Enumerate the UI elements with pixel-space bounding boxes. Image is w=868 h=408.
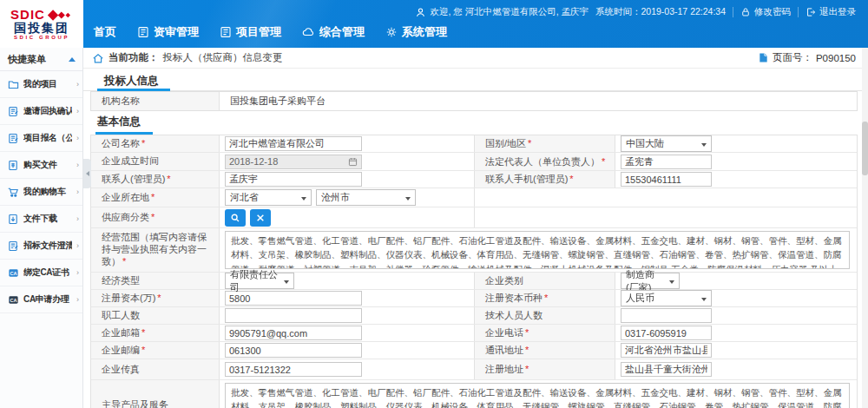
mailing-address-input[interactable] [621, 343, 712, 358]
company-email-input[interactable] [225, 326, 362, 340]
user-welcome[interactable]: 欢迎, 您 河北中燃管道有限公司, 孟庆宇 [415, 6, 589, 18]
change-password-link[interactable]: 修改密码 [740, 6, 791, 18]
sidebar-item-bind-ca[interactable]: CA 绑定CA证书› [0, 260, 82, 286]
company-name-input[interactable] [225, 136, 362, 151]
category-clear-button[interactable] [250, 209, 271, 227]
chevron-right-icon: › [76, 188, 79, 196]
main-products-textarea[interactable]: 批发、零售燃气管道、化工管道、电厂配件、铝厂配件、石油化工管道及配件、输送设备、… [225, 383, 850, 408]
established-date-input[interactable]: 2018-12-18 [225, 155, 362, 169]
form-row-email: 企业邮箱 企业电话 [91, 325, 857, 342]
close-icon [256, 214, 265, 222]
nav-project-label: 项目管理 [236, 24, 281, 40]
nav-system[interactable]: 系统管理 [385, 24, 447, 40]
home-icon [92, 52, 104, 64]
diamond-logo-icon [47, 9, 73, 22]
doc-list-icon [220, 26, 232, 38]
doc-download-icon [7, 213, 19, 225]
sidebar-item-clarification-mgmt[interactable]: 招标文件澄清管理› [0, 233, 82, 260]
nav-system-label: 系统管理 [402, 24, 447, 40]
cart-icon [7, 186, 19, 198]
form-row-business-scope: 经营范围（填写内容请保持与营业执照有关内容一致） 批发、零售燃气管道、化工管道、… [91, 228, 857, 273]
chevron-right-icon: › [76, 134, 79, 142]
sidebar-item-buy-documents[interactable]: 购买文件› [0, 152, 82, 179]
chevron-right-icon: › [76, 214, 79, 223]
doc-edit-icon [7, 132, 19, 144]
country-region-select[interactable]: 中国大陆 [621, 135, 712, 152]
scrollbar-thumb[interactable] [862, 122, 868, 175]
chevron-right-icon: › [76, 295, 79, 304]
established-date-value: 2018-12-18 [229, 156, 278, 167]
category-search-button[interactable] [225, 209, 246, 227]
business-scope-label: 经营范围（填写内容请保持与营业执照有关内容一致） [102, 232, 215, 267]
form-row-postal-code: 企业邮编 通讯地址 [91, 342, 857, 359]
business-scope-textarea[interactable]: 批发、零售燃气管道、化工管道、电厂配件、铝厂配件、石油化工管道及配件、输送设备、… [225, 231, 850, 269]
org-name-label: 机构名称 [91, 92, 220, 110]
country-region-label: 国别/地区 [485, 137, 531, 150]
topbar-divider [733, 7, 733, 17]
top-header: 欢迎, 您 河北中燃管道有限公司, 孟庆宇 系统时间：2019-03-17 22… [0, 0, 868, 48]
enterprise-category-select[interactable]: 制造商(厂家) [621, 273, 680, 289]
page-number: 页面号：P090150 [758, 51, 856, 64]
calendar-icon[interactable] [348, 157, 358, 167]
chevron-right-icon: › [76, 268, 79, 277]
enterprise-category-label: 企业类别 [485, 274, 523, 287]
city-select[interactable]: 沧州市 [316, 189, 416, 206]
active-tab-underline [97, 89, 170, 91]
form-row-registered-capital: 注册资本(万) 注册资本币种 人民币 [91, 290, 857, 307]
change-password-label: 修改密码 [754, 6, 791, 18]
sidebar-item-ca-apply[interactable]: CA CA申请办理› [0, 286, 82, 313]
company-phone-input[interactable] [621, 326, 712, 340]
svg-text:CA: CA [10, 270, 16, 275]
logout-link[interactable]: 退出登录 [806, 6, 856, 18]
legal-representative-input[interactable] [621, 155, 712, 169]
sidebar-item-invitation-confirm[interactable]: 邀请回执确认› [0, 98, 82, 125]
nav-qualification[interactable]: 资审管理 [137, 24, 199, 40]
contact-mobile-label: 联系人手机(管理员) [485, 173, 574, 186]
collapse-caret-icon [69, 54, 76, 62]
cloud-icon [302, 26, 315, 38]
staff-count-input[interactable] [225, 308, 362, 323]
breadcrumb-current: 投标人（供应商）信息变更 [163, 51, 283, 64]
registered-address-input[interactable] [621, 362, 712, 377]
form-row-supplier-category: 供应商分类 [91, 207, 857, 228]
chevron-right-icon: › [76, 80, 79, 89]
nav-comprehensive[interactable]: 综合管理 [302, 24, 365, 40]
contact-admin-input[interactable] [225, 172, 362, 187]
tech-staff-count-input[interactable] [621, 308, 712, 323]
sidebar-collapse-handle[interactable] [83, 159, 91, 188]
topbar-divider [798, 7, 799, 17]
ca-apply-icon: CA [7, 293, 19, 306]
sidebar-item-file-download[interactable]: 文件下载› [0, 206, 82, 233]
company-fax-input[interactable] [225, 362, 362, 377]
form-row-economic-type: 经济类型 有限责任公司 企业类别 制造商(厂家) [91, 273, 857, 290]
tab-bar: 投标人信息 [83, 69, 868, 91]
quick-menu-header[interactable]: 快捷菜单 [0, 48, 82, 71]
doc-edit-icon [7, 240, 19, 252]
province-select[interactable]: 河北省 [225, 189, 312, 206]
vertical-scrollbar[interactable] [862, 48, 868, 408]
breadcrumb: 当前功能： 投标人（供应商）信息变更 页面号：P090150 [83, 48, 868, 69]
capital-currency-select[interactable]: 人民币 [621, 290, 712, 306]
economic-type-select[interactable]: 有限责任公司 [225, 273, 294, 289]
logo-cn-text: 国投集团 [14, 22, 69, 35]
nav-comprehensive-label: 综合管理 [319, 24, 365, 40]
page-icon [758, 52, 769, 63]
sidebar-item-my-projects[interactable]: 我的项目› [0, 71, 82, 98]
tech-staff-count-label: 技术人员人数 [485, 309, 542, 322]
established-date-label: 企业成立时间 [102, 155, 159, 168]
postal-code-input[interactable] [225, 343, 362, 358]
sidebar-item-shopping-cart[interactable]: 我的购物车› [0, 179, 82, 206]
nav-home[interactable]: 首页 [94, 24, 116, 40]
sidebar-item-project-signup[interactable]: 项目报名（公开）› [0, 125, 82, 152]
main-content: 当前功能： 投标人（供应商）信息变更 页面号：P090150 投标人信息 机构名… [83, 48, 868, 408]
contact-mobile-input[interactable] [621, 172, 712, 187]
org-name-row: 机构名称 国投集团电子采购平台 [90, 91, 858, 111]
logo-sdic-text: SDIC [10, 8, 45, 22]
nav-project[interactable]: 项目管理 [220, 24, 281, 40]
company-name-label: 公司名称 [102, 138, 145, 150]
welcome-text: 欢迎, 您 河北中燃管道有限公司, 孟庆宇 [430, 6, 589, 18]
company-fax-label: 企业传真 [102, 364, 140, 376]
basic-info-form: 公司名称 国别/地区 中国大陆 企业成立时间 2018-12-18 法定代表人（… [90, 135, 858, 408]
tab-bidder-info[interactable]: 投标人信息 [104, 74, 159, 89]
company-phone-label: 企业电话 [485, 326, 529, 339]
